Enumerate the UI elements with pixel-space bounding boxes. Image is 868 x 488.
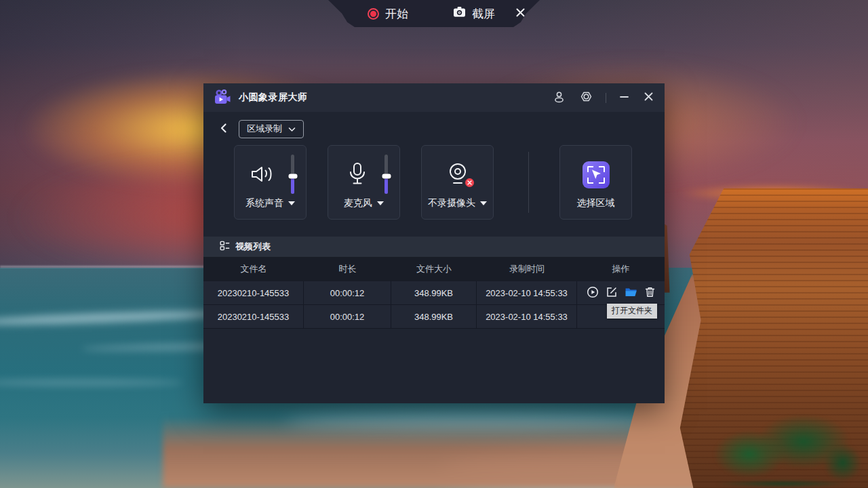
start-label: 开始 — [385, 6, 408, 22]
cell-recordtime: 2023-02-10 14:55:33 — [477, 281, 577, 304]
app-window: 小圆象录屏大师 — [203, 83, 665, 403]
triangle-down-icon — [377, 201, 384, 205]
triangle-down-icon — [480, 201, 487, 205]
webcam-dropdown[interactable]: 不录摄像头 — [422, 197, 493, 209]
card-webcam[interactable]: 不录摄像头 — [421, 145, 494, 220]
camera-icon — [453, 6, 466, 21]
back-button[interactable] — [217, 121, 231, 138]
webcam-off-icon — [446, 162, 469, 188]
record-icon — [368, 8, 379, 20]
capture-toolbar: 开始 截屏 — [328, 0, 540, 27]
desktop: 开始 截屏 — [0, 0, 868, 488]
cell-duration: 00:00:12 — [304, 305, 391, 328]
system-volume-slider[interactable] — [291, 155, 294, 194]
window-close-button[interactable] — [642, 90, 655, 105]
speaker-icon — [250, 163, 275, 187]
card-label: 麦克风 — [344, 197, 372, 209]
card-label: 系统声音 — [245, 197, 283, 209]
folder-icon — [625, 287, 637, 300]
app-logo-icon — [213, 88, 232, 108]
play-icon — [587, 286, 599, 300]
cell-filename: 20230210-145533 — [203, 305, 304, 328]
card-label: 不录摄像头 — [428, 197, 475, 209]
cards-divider — [528, 152, 529, 213]
screenshot-button[interactable]: 截屏 — [453, 0, 495, 27]
open-folder-button[interactable] — [624, 286, 638, 300]
system-sound-dropdown[interactable]: 系统声音 — [235, 197, 306, 209]
card-label: 选择区域 — [577, 197, 615, 209]
play-button[interactable] — [586, 285, 599, 301]
microphone-volume-slider[interactable] — [384, 155, 388, 194]
titlebar: 小圆象录屏大师 — [203, 83, 665, 112]
close-icon — [644, 92, 654, 104]
start-recording-button[interactable]: 开始 — [368, 0, 408, 27]
microphone-dropdown[interactable]: 麦克风 — [328, 197, 399, 209]
card-select-region[interactable]: 选择区域 — [559, 145, 632, 220]
cell-actions — [577, 281, 665, 304]
edit-icon — [606, 286, 618, 300]
select-region-icon — [583, 161, 610, 188]
cell-recordtime: 2023-02-10 14:55:33 — [477, 305, 577, 328]
video-list-title: 视频列表 — [235, 241, 271, 253]
wallpaper-vegetation — [698, 403, 868, 488]
column-header-filesize: 文件大小 — [391, 257, 477, 281]
settings-button[interactable] — [578, 89, 594, 106]
list-icon — [220, 241, 230, 253]
cell-filename: 20230210-145533 — [203, 281, 304, 304]
card-microphone[interactable]: 麦克风 — [328, 145, 400, 220]
triangle-down-icon — [288, 201, 295, 205]
trash-icon — [644, 286, 656, 300]
minimize-icon — [619, 92, 629, 104]
account-button[interactable] — [551, 89, 567, 106]
column-header-filename: 文件名 — [203, 257, 304, 281]
cell-duration: 00:00:12 — [304, 281, 391, 304]
chevron-left-icon — [218, 122, 229, 136]
chevron-down-icon — [288, 124, 296, 134]
open-folder-tooltip: 打开文件夹 — [607, 304, 657, 319]
mode-toolbar: 区域录制 — [217, 120, 304, 138]
gear-icon — [580, 90, 593, 105]
table-row[interactable]: 20230210-145533 00:00:12 348.99KB 2023-0… — [203, 305, 665, 329]
video-list-header: 视频列表 — [203, 237, 665, 257]
microphone-icon — [347, 162, 368, 188]
edit-button[interactable] — [605, 285, 618, 301]
delete-button[interactable] — [644, 285, 656, 301]
cell-filesize: 348.99KB — [391, 305, 477, 328]
screenshot-label: 截屏 — [472, 6, 495, 22]
table-header-row: 文件名 时长 文件大小 录制时间 操作 — [203, 257, 665, 281]
mode-dropdown[interactable]: 区域录制 — [239, 120, 304, 138]
cell-filesize: 348.99KB — [391, 281, 477, 304]
table-row[interactable]: 20230210-145533 00:00:12 348.99KB 2023-0… — [203, 281, 665, 305]
window-title: 小圆象录屏大师 — [239, 92, 308, 104]
column-header-actions: 操作 — [577, 257, 665, 281]
disabled-badge-icon — [465, 178, 474, 187]
mode-dropdown-value: 区域录制 — [247, 123, 282, 135]
column-header-duration: 时长 — [304, 257, 391, 281]
user-icon — [553, 91, 566, 105]
titlebar-divider — [606, 93, 606, 103]
card-system-sound[interactable]: 系统声音 — [234, 145, 307, 220]
column-header-recordtime: 录制时间 — [477, 257, 577, 281]
minimize-button[interactable] — [618, 90, 631, 105]
